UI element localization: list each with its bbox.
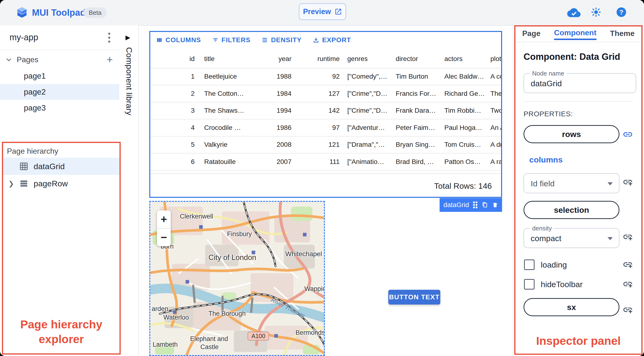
expand-arrow-icon[interactable]: ▶ [126,34,130,41]
sx-add-binding-icon[interactable] [622,305,633,315]
cloud-done-icon[interactable] [567,6,580,19]
selection-property-button[interactable]: selection [524,201,620,219]
button-component[interactable]: BUTTON TEXT [388,290,440,305]
rows-icon [19,179,28,188]
cell-id: 1 [191,73,195,80]
app-menu-button[interactable] [104,31,114,44]
column-header-director[interactable]: director [396,55,418,63]
rows-property-button[interactable]: rows [524,125,620,143]
hierarchy-item-dataGrid[interactable]: dataGrid [3,158,120,175]
columns-property-link[interactable]: columns [529,155,563,164]
cell-director: Tim Burton [396,73,428,80]
zoom-in-button[interactable]: + [157,210,171,229]
column-header-plot[interactable]: plot [490,55,501,63]
preview-label: Preview [303,7,331,16]
map-place-label: Wapping [304,285,325,293]
column-header-runtime[interactable]: runtime [318,55,340,63]
cell-genres: ["Animatio… [347,158,384,166]
density-select[interactable]: density compact [524,228,620,248]
cell-id: 3 [191,107,195,114]
component-library-panel[interactable]: ▶ Component library [119,25,139,356]
density-add-binding-icon[interactable] [622,232,633,242]
column-header-year[interactable]: year [278,55,292,63]
dropdown-caret-icon [608,182,613,185]
toolbar-filters-button[interactable]: FILTERS [212,36,251,44]
column-header-actors[interactable]: actors [444,55,462,63]
page-hierarchy-annotation: Page hierarchy explorer [3,317,120,347]
inspector-divider [513,25,513,356]
add-page-button[interactable]: + [104,53,116,66]
idfield-add-binding-icon[interactable] [622,177,633,187]
loading-property-row: loading [524,260,567,270]
theme-toggle-button[interactable] [588,4,604,20]
sidebar-item-page3[interactable]: page3 [0,100,119,116]
cell-runtime: 127 [328,90,340,97]
hidetoolbar-add-binding-icon[interactable] [622,279,633,289]
toolbar-density-button[interactable]: DENSITY [262,36,302,44]
preview-button[interactable]: Preview [299,3,346,20]
app-header: MUI Toolpad Beta Preview ? [0,0,644,26]
hierarchy-item-pageRow[interactable]: ❯pageRow [3,175,120,192]
inspector-annotation: Inspector panel [516,334,642,348]
properties-label: PROPERTIES: [524,110,573,118]
chevron-right-icon[interactable]: ❯ [6,180,16,188]
map-component[interactable]: ClerkenwellFinsburyWhitechapelCity of Lo… [149,201,325,356]
tab-page[interactable]: Page [522,29,540,39]
table-row[interactable]: 1Beetlejuice198892["Comedy",…Tim BurtonA… [150,68,501,85]
map-place-label: arden [152,305,168,313]
delete-icon[interactable] [492,201,498,209]
help-icon: ? [616,6,627,18]
density-value: compact [531,234,562,243]
sx-property-button[interactable]: sx [524,298,620,316]
sidebar-item-page2[interactable]: page2 [0,84,119,100]
grid-icon [19,162,28,171]
column-header-id[interactable]: id [190,55,195,63]
divider [524,101,633,102]
loading-add-binding-icon[interactable] [622,259,633,270]
zoom-out-button[interactable]: − [157,229,171,246]
table-row[interactable]: 4Crocodile …198697["Adventur…Peter Faim…… [150,119,501,137]
pages-section-header[interactable]: Pages + [0,53,119,66]
cell-director: Peter Faim… [396,124,435,132]
cell-runtime: 97 [332,124,340,132]
toolbar-button-label: EXPORT [322,36,351,44]
cell-actors: Tom Cruis… [444,141,481,148]
help-button[interactable]: ? [613,4,630,20]
sidebar-item-page1[interactable]: page1 [0,68,119,84]
hidetoolbar-checkbox[interactable] [524,279,534,290]
page-hierarchy-title: Page hierarchy [7,147,58,156]
rows-binding-link-icon[interactable] [622,129,633,140]
table-row[interactable]: 6Ratatouille2007111["Animatio…Brad Bird,… [150,153,501,171]
duplicate-icon[interactable] [482,201,488,209]
toolbar-export-button[interactable]: EXPORT [313,36,351,44]
toolbar-columns-button[interactable]: COLUMNS [156,36,201,44]
map-place-label: Finsbury [227,230,252,238]
column-header-genres[interactable]: genres [347,55,368,63]
page-hierarchy-panel: Page hierarchy dataGrid❯pageRow Page hie… [2,142,121,355]
table-row[interactable]: 3The Shaws…1994142["Crime","D…Frank Dara… [150,102,501,119]
tab-component[interactable]: Component [554,28,596,40]
page-label: page1 [24,71,46,80]
table-row[interactable]: 2The Cotton…1984127["Crime","D…Francis F… [150,85,501,102]
cell-genres: ["Drama","… [347,141,385,148]
table-row[interactable]: 5Valkyrie2008121["Drama","…Bryan Sing…To… [150,136,501,153]
cell-title: Crocodile … [204,124,241,132]
tab-theme[interactable]: Theme [610,29,634,39]
id-field-value: Id field [531,179,554,188]
map-place-label: Waterloo [164,314,189,321]
filters-icon [212,37,219,43]
node-name-field[interactable]: Node name dataGrid [524,73,636,93]
export-icon [313,37,320,43]
selection-chip-label: dataGrid [444,201,469,209]
cell-year: 2008 [277,141,292,148]
map-place-label: The Borough [208,310,246,317]
datagrid-component[interactable]: COLUMNSFILTERSDENSITYEXPORT idtitleyearr… [149,31,502,198]
cell-year: 1986 [277,124,292,132]
drag-handle-icon[interactable] [473,201,478,209]
column-header-title[interactable]: title [204,55,215,63]
cell-year: 1984 [277,90,292,97]
cell-title: Ratatouille [204,158,236,166]
id-field-select[interactable]: Id field [524,173,620,193]
loading-checkbox[interactable] [524,260,534,270]
cell-title: Beetlejuice [204,73,237,80]
